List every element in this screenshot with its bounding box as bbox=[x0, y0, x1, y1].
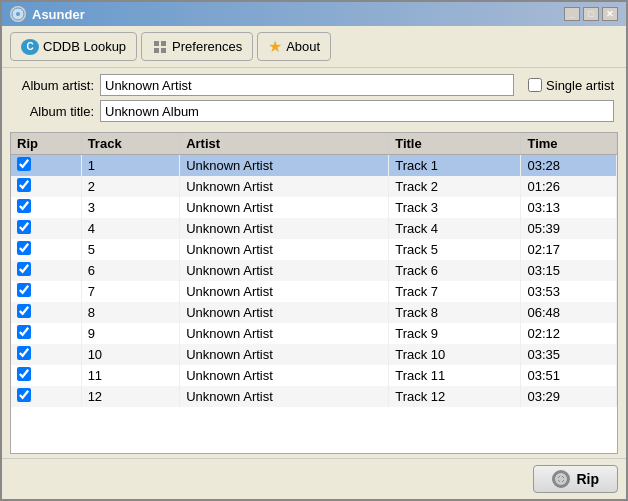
title-controls: _ □ ✕ bbox=[564, 7, 618, 21]
preferences-label: Preferences bbox=[172, 39, 242, 54]
table-header: Rip Track Artist Title Time bbox=[11, 133, 617, 155]
bottom-bar: Rip bbox=[2, 458, 626, 499]
close-button[interactable]: ✕ bbox=[602, 7, 618, 21]
cell-artist: Unknown Artist bbox=[180, 302, 389, 323]
window-title: Asunder bbox=[32, 7, 85, 22]
svg-point-1 bbox=[16, 12, 20, 16]
form-area: Album artist: Single artist Album title: bbox=[2, 68, 626, 128]
cell-rip bbox=[11, 176, 81, 197]
rip-checkbox[interactable] bbox=[17, 241, 31, 255]
preferences-button[interactable]: Preferences bbox=[141, 32, 253, 61]
cell-rip bbox=[11, 260, 81, 281]
cell-title: Track 1 bbox=[389, 155, 521, 177]
cell-track: 12 bbox=[81, 386, 180, 407]
track-table-container: Rip Track Artist Title Time 1Unknown Art… bbox=[10, 132, 618, 454]
cddb-lookup-label: CDDB Lookup bbox=[43, 39, 126, 54]
cell-artist: Unknown Artist bbox=[180, 218, 389, 239]
cell-rip bbox=[11, 386, 81, 407]
cell-artist: Unknown Artist bbox=[180, 281, 389, 302]
cell-track: 5 bbox=[81, 239, 180, 260]
cell-track: 7 bbox=[81, 281, 180, 302]
cell-rip bbox=[11, 155, 81, 177]
title-bar: Asunder _ □ ✕ bbox=[2, 2, 626, 26]
rip-checkbox[interactable] bbox=[17, 199, 31, 213]
table-row: 5Unknown ArtistTrack 502:17 bbox=[11, 239, 617, 260]
rip-checkbox[interactable] bbox=[17, 346, 31, 360]
svg-rect-5 bbox=[161, 48, 166, 53]
table-row: 12Unknown ArtistTrack 1203:29 bbox=[11, 386, 617, 407]
about-button[interactable]: ★ About bbox=[257, 32, 331, 61]
col-time: Time bbox=[521, 133, 617, 155]
cell-time: 03:35 bbox=[521, 344, 617, 365]
rip-checkbox[interactable] bbox=[17, 325, 31, 339]
cell-title: Track 7 bbox=[389, 281, 521, 302]
cell-track: 1 bbox=[81, 155, 180, 177]
cell-track: 9 bbox=[81, 323, 180, 344]
cell-title: Track 2 bbox=[389, 176, 521, 197]
svg-rect-4 bbox=[154, 48, 159, 53]
cell-time: 03:15 bbox=[521, 260, 617, 281]
cell-track: 6 bbox=[81, 260, 180, 281]
maximize-button[interactable]: □ bbox=[583, 7, 599, 21]
cell-rip bbox=[11, 323, 81, 344]
cddb-lookup-button[interactable]: C CDDB Lookup bbox=[10, 32, 137, 61]
rip-checkbox[interactable] bbox=[17, 304, 31, 318]
rip-checkbox[interactable] bbox=[17, 157, 31, 171]
table-row: 2Unknown ArtistTrack 201:26 bbox=[11, 176, 617, 197]
cell-title: Track 3 bbox=[389, 197, 521, 218]
cell-time: 06:48 bbox=[521, 302, 617, 323]
cell-artist: Unknown Artist bbox=[180, 176, 389, 197]
cell-track: 8 bbox=[81, 302, 180, 323]
cell-artist: Unknown Artist bbox=[180, 197, 389, 218]
cell-rip bbox=[11, 197, 81, 218]
preferences-icon bbox=[152, 39, 168, 55]
cell-time: 01:26 bbox=[521, 176, 617, 197]
cell-rip bbox=[11, 302, 81, 323]
cell-artist: Unknown Artist bbox=[180, 344, 389, 365]
table-row: 11Unknown ArtistTrack 1103:51 bbox=[11, 365, 617, 386]
disc-icon bbox=[552, 470, 570, 488]
rip-checkbox[interactable] bbox=[17, 367, 31, 381]
table-row: 8Unknown ArtistTrack 806:48 bbox=[11, 302, 617, 323]
star-icon: ★ bbox=[268, 37, 282, 56]
album-artist-input-wrap bbox=[100, 74, 514, 96]
cell-track: 2 bbox=[81, 176, 180, 197]
table-row: 6Unknown ArtistTrack 603:15 bbox=[11, 260, 617, 281]
album-title-input[interactable] bbox=[100, 100, 614, 122]
cell-time: 03:28 bbox=[521, 155, 617, 177]
minimize-button[interactable]: _ bbox=[564, 7, 580, 21]
rip-checkbox[interactable] bbox=[17, 388, 31, 402]
cell-rip bbox=[11, 281, 81, 302]
cell-track: 4 bbox=[81, 218, 180, 239]
single-artist-checkbox[interactable] bbox=[528, 78, 542, 92]
cell-time: 03:29 bbox=[521, 386, 617, 407]
track-tbody: 1Unknown ArtistTrack 103:282Unknown Arti… bbox=[11, 155, 617, 408]
table-row: 9Unknown ArtistTrack 902:12 bbox=[11, 323, 617, 344]
album-artist-input[interactable] bbox=[100, 74, 514, 96]
cell-artist: Unknown Artist bbox=[180, 155, 389, 177]
cell-title: Track 5 bbox=[389, 239, 521, 260]
cell-artist: Unknown Artist bbox=[180, 323, 389, 344]
table-row: 1Unknown ArtistTrack 103:28 bbox=[11, 155, 617, 177]
svg-rect-2 bbox=[154, 41, 159, 46]
table-row: 4Unknown ArtistTrack 405:39 bbox=[11, 218, 617, 239]
cell-artist: Unknown Artist bbox=[180, 365, 389, 386]
album-artist-row: Album artist: Single artist bbox=[14, 74, 614, 96]
rip-checkbox[interactable] bbox=[17, 220, 31, 234]
rip-checkbox[interactable] bbox=[17, 283, 31, 297]
cell-rip bbox=[11, 218, 81, 239]
cddb-icon: C bbox=[21, 39, 39, 55]
cell-title: Track 8 bbox=[389, 302, 521, 323]
cell-title: Track 11 bbox=[389, 365, 521, 386]
cell-rip bbox=[11, 239, 81, 260]
cell-time: 02:12 bbox=[521, 323, 617, 344]
table-row: 7Unknown ArtistTrack 703:53 bbox=[11, 281, 617, 302]
col-rip: Rip bbox=[11, 133, 81, 155]
single-artist-row: Single artist bbox=[528, 78, 614, 93]
cell-track: 3 bbox=[81, 197, 180, 218]
rip-checkbox[interactable] bbox=[17, 178, 31, 192]
about-label: About bbox=[286, 39, 320, 54]
rip-button[interactable]: Rip bbox=[533, 465, 618, 493]
rip-checkbox[interactable] bbox=[17, 262, 31, 276]
toolbar: C CDDB Lookup Preferences ★ About bbox=[2, 26, 626, 68]
